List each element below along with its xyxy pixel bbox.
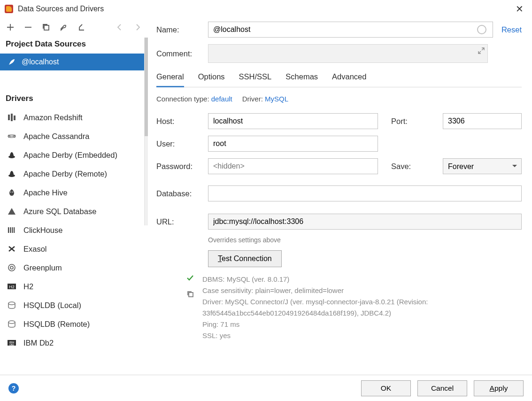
driver-icon — [7, 301, 17, 309]
driver-label: HSQLDB (Local) — [23, 301, 81, 310]
driver-label: Apache Cassandra — [23, 132, 89, 141]
content-panel: Name: Reset Comment: General Options SSH… — [148, 18, 532, 379]
driver-item[interactable]: ClickHouse — [0, 221, 148, 239]
driver-item[interactable]: Apache Cassandra — [0, 127, 148, 146]
driver-label: Apache Derby (Remote) — [23, 170, 107, 178]
driver-icon — [7, 188, 17, 197]
driver-item[interactable]: Apache Derby (Remote) — [0, 164, 148, 183]
driver-item[interactable]: Apache Derby (Embedded) — [0, 146, 148, 164]
driver-item[interactable]: HSQLDB (Remote) — [0, 315, 148, 333]
wrench-icon[interactable] — [59, 23, 69, 32]
tab-general[interactable]: General — [156, 69, 184, 87]
sidebar: Project Data Sources @localhost Drivers … — [0, 18, 148, 379]
sidebar-toolbar — [0, 18, 148, 38]
driver-item[interactable]: IBMDB2IBM Db2 — [0, 333, 148, 352]
revert-icon[interactable] — [77, 23, 86, 32]
svg-text:H2: H2 — [9, 285, 15, 289]
password-input[interactable] — [208, 158, 378, 174]
save-select[interactable]: Forever — [443, 158, 522, 174]
comment-label: Comment: — [156, 49, 208, 58]
reset-link[interactable]: Reset — [501, 25, 522, 34]
apply-button[interactable]: Apply — [474, 380, 524, 396]
driver-label: Exasol — [23, 245, 47, 254]
driver-icon — [7, 132, 17, 140]
name-label: Name: — [156, 25, 208, 34]
driver-label: Greenplum — [23, 263, 62, 272]
driver-icon — [7, 226, 17, 234]
driver-item[interactable]: H2H2 — [0, 277, 148, 296]
sidebar-scrollbar[interactable] — [144, 38, 148, 225]
driver-icon — [7, 207, 17, 216]
save-label: Save: — [391, 162, 443, 171]
add-icon[interactable] — [6, 23, 15, 32]
driver-item[interactable]: Apache Hive — [0, 183, 148, 202]
driver-item[interactable]: Greenplum — [0, 258, 148, 277]
driver-icon — [7, 170, 17, 178]
name-input[interactable] — [208, 22, 493, 38]
host-input[interactable] — [208, 113, 378, 129]
tab-sshssl[interactable]: SSH/SSL — [239, 69, 272, 87]
svg-point-10 — [10, 266, 13, 269]
result-ssl: SSL: yes — [202, 330, 479, 341]
svg-text:DB2: DB2 — [9, 343, 14, 346]
svg-rect-18 — [189, 293, 193, 297]
url-input[interactable] — [208, 214, 522, 230]
driver-icon — [7, 263, 17, 272]
project-data-sources-header: Project Data Sources — [0, 38, 148, 54]
tab-options[interactable]: Options — [198, 69, 225, 87]
driver-icon — [7, 245, 17, 253]
remove-icon[interactable] — [23, 23, 33, 32]
svg-point-14 — [8, 321, 15, 324]
driver-label: ClickHouse — [23, 226, 62, 235]
user-input[interactable] — [208, 136, 378, 152]
svg-point-9 — [8, 264, 15, 271]
drivers-header: Drivers — [0, 87, 148, 108]
svg-rect-0 — [44, 25, 49, 30]
tab-schemas[interactable]: Schemas — [285, 69, 318, 87]
driver-item[interactable]: Azure SQL Database — [0, 202, 148, 221]
result-driver: Driver: MySQL Connector/J (ver. mysql-co… — [202, 296, 479, 319]
expand-icon[interactable] — [478, 47, 485, 55]
comment-input[interactable] — [208, 44, 488, 63]
ok-button[interactable]: OK — [361, 380, 411, 396]
svg-rect-2 — [11, 114, 13, 121]
driver-icon — [7, 113, 17, 122]
window-title: Data Sources and Drivers — [18, 5, 512, 13]
user-label: User: — [156, 139, 208, 148]
close-icon[interactable]: ✕ — [512, 3, 527, 15]
connection-type-link[interactable]: default — [211, 95, 232, 103]
data-source-item[interactable]: @localhost — [0, 54, 148, 70]
driver-label: Amazon Redshift — [23, 113, 83, 122]
test-connection-button[interactable]: Test Connection — [208, 250, 282, 267]
back-icon[interactable] — [115, 23, 124, 32]
driver-label: Apache Derby (Embedded) — [23, 151, 117, 160]
forward-icon[interactable] — [133, 23, 142, 32]
check-icon — [186, 274, 194, 284]
svg-rect-1 — [8, 115, 10, 120]
port-input[interactable] — [443, 113, 522, 129]
cancel-button[interactable]: Cancel — [417, 380, 467, 396]
database-label: Database: — [156, 189, 208, 198]
driver-link[interactable]: MySQL — [265, 95, 288, 103]
tab-advanced[interactable]: Advanced — [332, 69, 366, 87]
driver-item[interactable]: Amazon Redshift — [0, 108, 148, 127]
svg-point-7 — [10, 192, 11, 193]
driver-item[interactable]: Exasol — [0, 239, 148, 258]
titlebar: Data Sources and Drivers ✕ — [0, 0, 532, 18]
duplicate-icon[interactable] — [41, 23, 51, 32]
result-case: Case sensitivity: plain=lower, delimited… — [202, 285, 479, 296]
driver-label: Apache Hive — [23, 188, 68, 197]
copy-icon[interactable] — [186, 290, 194, 299]
driver-label: H2 — [23, 282, 33, 291]
driver-icon — [7, 320, 17, 328]
url-note: Overrides settings above — [208, 236, 522, 244]
database-input[interactable] — [208, 185, 522, 201]
driver-label: Azure SQL Database — [23, 207, 96, 216]
url-label: URL: — [156, 217, 208, 226]
driver-item[interactable]: HSQLDB (Local) — [0, 296, 148, 315]
test-result: DBMS: MySQL (ver. 8.0.17) Case sensitivi… — [185, 274, 522, 341]
result-ping: Ping: 71 ms — [202, 319, 479, 330]
svg-point-8 — [12, 192, 13, 193]
help-icon[interactable]: ? — [8, 383, 19, 393]
driver-icon: H2 — [7, 282, 17, 291]
